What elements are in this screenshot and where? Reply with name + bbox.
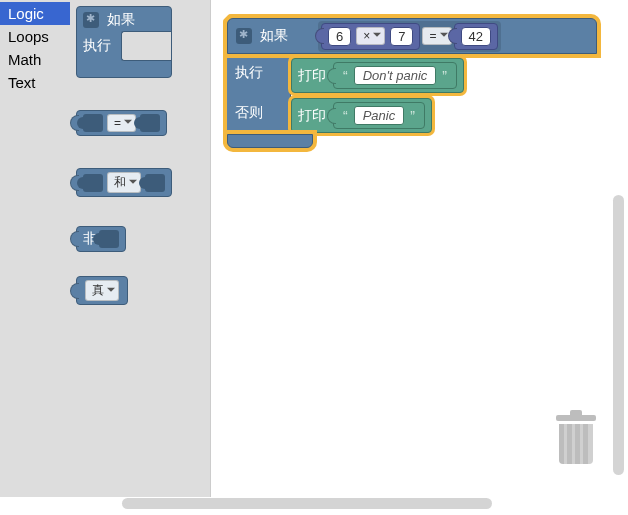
app-root: Logic Loops Math Text 如果 执行 = 和 <box>0 0 628 497</box>
ws-else-label: 否则 <box>235 104 263 122</box>
toolbox-block-logic-op[interactable]: 和 <box>76 168 172 197</box>
open-quote-icon: “ <box>340 108 351 124</box>
math-arith-block[interactable]: 6 × 7 <box>321 23 420 50</box>
do-label: 执行 <box>83 37 111 55</box>
horizontal-scrollbar[interactable] <box>122 498 492 509</box>
ws-do-label: 执行 <box>235 64 263 82</box>
text-else[interactable]: Panic <box>354 106 405 125</box>
print-label: 打印 <box>298 107 326 125</box>
toolbox-block-compare[interactable]: = <box>76 110 167 136</box>
ws-if-label: 如果 <box>260 27 288 45</box>
print-label: 打印 <box>298 67 326 85</box>
if-label: 如果 <box>107 11 135 27</box>
toolbox-block-boolean[interactable]: 真 <box>76 276 128 305</box>
vertical-scrollbar[interactable] <box>613 195 624 475</box>
toolbox-block-if[interactable]: 如果 执行 <box>76 6 172 78</box>
num-b[interactable]: 7 <box>390 27 413 46</box>
bool-dropdown[interactable]: 真 <box>85 280 119 301</box>
text-block-else[interactable]: “ Panic ” <box>333 102 425 129</box>
open-quote-icon: “ <box>340 68 351 84</box>
category-text[interactable]: Text <box>0 71 70 94</box>
gear-icon[interactable] <box>83 12 99 28</box>
logic-right-hole <box>145 174 165 192</box>
toolbox-block-not[interactable]: 非 <box>76 226 126 252</box>
compare-op-dropdown[interactable]: = <box>107 114 136 132</box>
ws-if-else-block[interactable]: 如果 6 × 7 = 42 执行 <box>227 18 587 134</box>
workspace[interactable]: 如果 6 × 7 = 42 执行 <box>210 0 628 497</box>
gear-icon[interactable] <box>236 28 252 44</box>
text-do[interactable]: Don't panic <box>354 66 437 85</box>
trash-icon[interactable] <box>554 415 598 467</box>
category-loops[interactable]: Loops <box>0 25 70 48</box>
category-logic[interactable]: Logic <box>0 2 70 25</box>
category-math[interactable]: Math <box>0 48 70 71</box>
logic-left-hole <box>83 174 103 192</box>
print-block-else[interactable]: 打印 “ Panic ” <box>291 98 432 133</box>
print-block-do[interactable]: 打印 “ Don't panic ” <box>291 58 464 93</box>
arith-op-dropdown[interactable]: × <box>356 27 385 45</box>
num-a[interactable]: 6 <box>328 27 351 46</box>
compare-left-hole <box>83 114 103 132</box>
not-hole <box>99 230 119 248</box>
num-right[interactable]: 42 <box>461 27 491 46</box>
compare-right-hole <box>140 114 160 132</box>
category-list: Logic Loops Math Text <box>0 0 70 497</box>
toolbox: 如果 执行 = 和 非 真 <box>70 0 210 497</box>
close-quote-icon: ” <box>439 68 450 84</box>
close-quote-icon: ” <box>407 108 418 124</box>
num-right-block[interactable]: 42 <box>454 23 498 50</box>
text-block-do[interactable]: “ Don't panic ” <box>333 62 457 89</box>
logic-op-dropdown[interactable]: 和 <box>107 172 141 193</box>
